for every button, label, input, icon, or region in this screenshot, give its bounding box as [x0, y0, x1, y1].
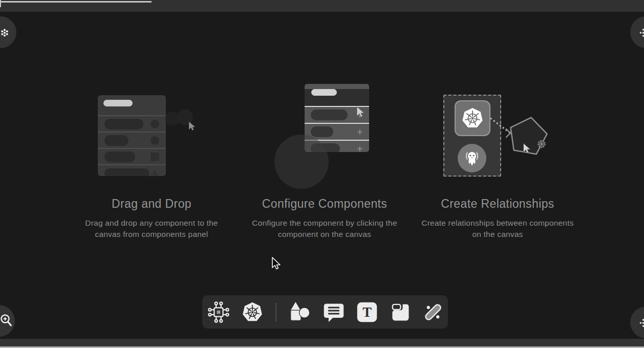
top-edge-tick [0, 0, 1, 7]
triangle-shape-icon [150, 169, 159, 177]
drag-drop-illustration [67, 77, 236, 197]
component-panel-illustration [98, 95, 166, 176]
text-tool-icon: T [356, 301, 378, 323]
canvas-toolbar: T [202, 295, 448, 329]
panel-row [98, 132, 166, 148]
card-title: Create Relationships [413, 197, 582, 211]
row-pill [311, 110, 348, 120]
edge-panel-icon [639, 28, 644, 37]
text-tool-button[interactable]: T [356, 301, 378, 323]
progress-line [0, 1, 152, 3]
row-pill [104, 151, 135, 162]
card-description: Configure the component by clicking the … [248, 217, 401, 240]
card-description: Create relationships between components … [421, 217, 574, 240]
comment-tool-button[interactable] [323, 301, 345, 323]
configure-illustration: + + + [240, 77, 409, 197]
onboarding-cards: Drag and Drop Drag and drop any componen… [0, 77, 644, 240]
comment-icon [323, 301, 345, 323]
row-pill [104, 135, 128, 146]
card-title: Configure Components [240, 197, 409, 211]
circle-shape-icon [151, 120, 159, 128]
drag-cursor-icon [187, 121, 196, 132]
relationship-icon [422, 301, 444, 323]
header-pill [311, 89, 337, 96]
panel-header [305, 89, 369, 106]
shapes-tool-button[interactable] [288, 300, 312, 324]
kubernetes-icon [241, 301, 264, 323]
zoom-in-icon [1, 313, 14, 329]
design-canvas-app: Drag and Drop Drag and drop any componen… [0, 0, 644, 348]
circle-shape-icon [151, 136, 159, 145]
gear-icon [539, 141, 545, 147]
panel-header [98, 100, 166, 115]
card-description: Drag and drop any component to the canva… [75, 217, 228, 240]
card-title: Drag and Drop [67, 197, 236, 211]
plus-icon: + [357, 143, 363, 152]
relationship-illustration [413, 77, 582, 197]
square-shape-icon [151, 153, 159, 161]
onboarding-card-drag-drop: Drag and Drop Drag and drop any componen… [67, 77, 236, 240]
toolbar-divider [275, 303, 276, 321]
note-icon [389, 301, 412, 323]
edge-panel-icon [639, 318, 644, 328]
header-pill [103, 100, 133, 106]
click-cursor-icon [354, 105, 366, 119]
onboarding-card-configure: + + + Configure Components Co [240, 77, 409, 240]
plus-icon: + [357, 126, 363, 137]
relationship-overlay [413, 77, 582, 197]
flower-icon [0, 28, 9, 37]
panel-row [98, 148, 166, 164]
row-pill [104, 168, 149, 177]
text-tool-letter: T [362, 304, 372, 320]
shapes-icon [288, 300, 312, 324]
click-ripple-circle [274, 135, 329, 189]
panel-row [98, 115, 166, 132]
relationship-cursor-icon [521, 142, 531, 155]
relationship-tool-button[interactable] [422, 301, 444, 323]
row-pill [104, 119, 143, 129]
panel-row [98, 164, 166, 176]
chip-icon [207, 300, 230, 324]
note-tool-button[interactable] [389, 301, 412, 323]
bottom-bar [0, 339, 644, 346]
onboarding-card-relationships: Create Relationships Create relationship… [413, 77, 582, 240]
row-pill [311, 126, 333, 137]
mouse-cursor-icon [270, 257, 282, 271]
components-tool-button[interactable] [207, 300, 230, 324]
kubernetes-tool-button[interactable] [241, 301, 264, 323]
panel-row: + [305, 123, 369, 140]
